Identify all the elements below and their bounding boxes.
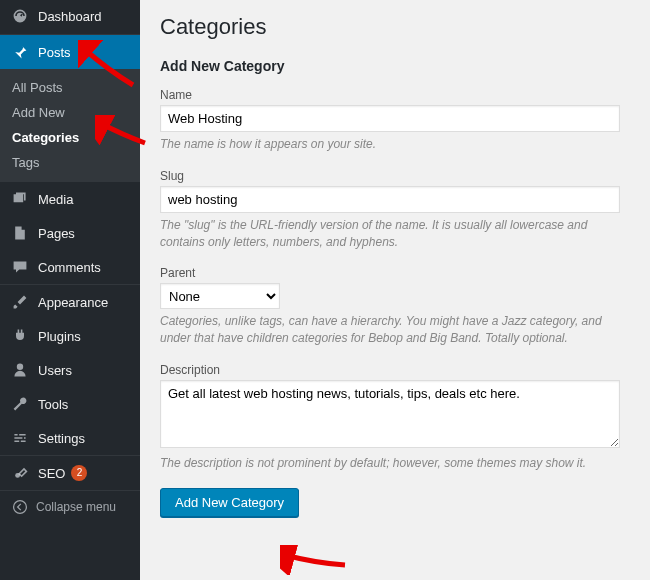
description-input[interactable] [160,380,620,448]
sidebar-item-comments[interactable]: Comments [0,250,140,284]
name-input[interactable] [160,105,620,132]
parent-help: Categories, unlike tags, can have a hier… [160,313,620,347]
seo-icon [10,463,30,483]
parent-label: Parent [160,266,630,280]
sidebar-item-pages[interactable]: Pages [0,216,140,250]
name-help: The name is how it appears on your site. [160,136,620,153]
page-icon [10,223,30,243]
description-label: Description [160,363,630,377]
sidebar-item-media[interactable]: Media [0,181,140,216]
comment-icon [10,257,30,277]
sidebar-item-settings[interactable]: Settings [0,421,140,455]
sidebar-item-plugins[interactable]: Plugins [0,319,140,353]
posts-submenu: All Posts Add New Categories Tags [0,69,140,181]
seo-badge: 2 [71,465,87,481]
submenu-tags[interactable]: Tags [0,150,140,175]
sidebar-label: Comments [38,260,101,275]
sidebar-label: Plugins [38,329,81,344]
sliders-icon [10,428,30,448]
field-parent: Parent None Categories, unlike tags, can… [160,266,630,347]
sidebar-item-dashboard[interactable]: Dashboard [0,0,140,34]
user-icon [10,360,30,380]
sidebar-label: Settings [38,431,85,446]
sidebar-label: SEO [38,466,65,481]
pin-icon [10,42,30,62]
parent-select[interactable]: None [160,283,280,309]
admin-sidebar: Dashboard Posts All Posts Add New Catego… [0,0,140,580]
page-title: Categories [160,14,630,40]
wrench-icon [10,394,30,414]
sidebar-item-appearance[interactable]: Appearance [0,284,140,319]
submenu-add-new[interactable]: Add New [0,100,140,125]
submenu-categories[interactable]: Categories [0,125,140,150]
submenu-all-posts[interactable]: All Posts [0,75,140,100]
main-content: Categories Add New Category Name The nam… [140,0,650,580]
sidebar-label: Pages [38,226,75,241]
field-slug: Slug The "slug" is the URL-friendly vers… [160,169,630,251]
media-icon [10,189,30,209]
sidebar-item-tools[interactable]: Tools [0,387,140,421]
name-label: Name [160,88,630,102]
slug-label: Slug [160,169,630,183]
sidebar-label: Tools [38,397,68,412]
sidebar-label: Dashboard [38,9,102,24]
brush-icon [10,292,30,312]
description-help: The description is not prominent by defa… [160,455,620,472]
section-title: Add New Category [160,58,630,74]
sidebar-item-seo[interactable]: SEO 2 [0,455,140,490]
sidebar-label: Posts [38,45,71,60]
svg-point-1 [14,501,27,514]
dashboard-icon [10,6,30,26]
add-category-button[interactable]: Add New Category [160,488,299,517]
sidebar-item-users[interactable]: Users [0,353,140,387]
field-description: Description The description is not promi… [160,363,630,472]
slug-help: The "slug" is the URL-friendly version o… [160,217,620,251]
collapse-label: Collapse menu [36,500,116,514]
sidebar-label: Appearance [38,295,108,310]
sidebar-label: Media [38,192,73,207]
slug-input[interactable] [160,186,620,213]
sidebar-item-posts[interactable]: Posts [0,34,140,69]
collapse-menu[interactable]: Collapse menu [0,490,140,523]
plug-icon [10,326,30,346]
collapse-icon [10,499,30,515]
sidebar-label: Users [38,363,72,378]
field-name: Name The name is how it appears on your … [160,88,630,153]
